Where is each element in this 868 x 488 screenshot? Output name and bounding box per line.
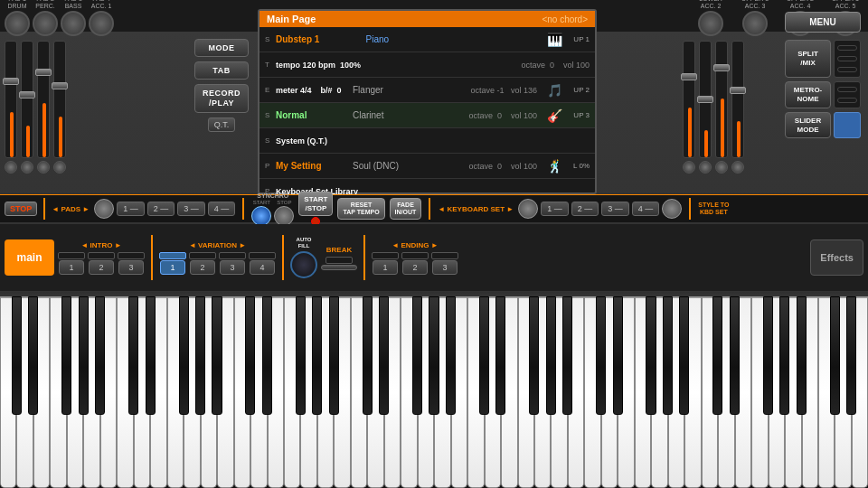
black-key-21[interactable] [363,296,373,415]
var-3-btn[interactable]: 3 [220,260,245,275]
pad-num-4[interactable]: 4 — [208,202,236,216]
var-slider-1[interactable] [159,252,186,259]
slider-knob-3[interactable] [37,161,50,174]
black-key-19[interactable] [329,296,339,415]
black-key-25[interactable] [429,296,439,415]
var-slider-4[interactable] [249,252,276,259]
intro-slider-3[interactable] [118,252,145,259]
black-key-50[interactable] [846,296,856,415]
black-key-29[interactable] [495,296,505,415]
black-key-0[interactable] [12,296,22,415]
slider-1[interactable] [5,41,17,158]
black-key-15[interactable] [262,296,272,415]
tab-button[interactable]: TAB [194,61,249,80]
black-key-31[interactable] [529,296,539,415]
pad-num-2[interactable]: 2 — [147,202,175,216]
black-key-11[interactable] [195,296,205,415]
split-slider-3[interactable] [837,67,857,72]
qt-button[interactable]: Q.T. [208,117,236,132]
break-slider[interactable] [326,257,353,264]
split-mix-button[interactable]: SPLIT/MIX [785,40,831,78]
black-key-26[interactable] [446,296,456,415]
start-stop-button[interactable]: START/STOP [298,192,333,216]
black-key-35[interactable] [596,296,606,415]
ending-1-btn[interactable]: 1 [373,260,398,275]
auto-fill-button[interactable] [290,251,317,278]
intro-2-btn[interactable]: 2 [89,260,114,275]
black-key-10[interactable] [179,296,189,415]
menu-button[interactable]: MENU [785,12,861,33]
black-key-14[interactable] [245,296,255,415]
kbd-circle-end[interactable] [662,199,682,219]
black-key-47[interactable] [797,296,807,415]
black-key-8[interactable] [146,296,156,415]
var-slider-2[interactable] [189,252,216,259]
black-key-43[interactable] [730,296,740,415]
kbd-num-4[interactable]: 4 — [632,202,660,216]
black-key-4[interactable] [79,296,89,415]
slider-r1[interactable] [683,41,695,158]
ending-slider-3[interactable] [431,252,458,259]
var-2-btn[interactable]: 2 [190,260,215,275]
pads-circle-1[interactable] [94,199,114,219]
black-key-7[interactable] [128,296,138,415]
metronome-button[interactable]: METRO-NOME [785,81,831,108]
intro-1-btn[interactable]: 1 [59,260,84,275]
var-1-btn[interactable]: 1 [160,260,185,275]
synchro-stop-btn[interactable] [274,206,294,226]
ending-slider-1[interactable] [372,252,399,259]
display-row-2[interactable]: T tempo 120 bpm 100% octave 0 vol 100 [259,52,595,78]
black-key-32[interactable] [546,296,556,415]
synchro-start-btn[interactable] [251,206,271,226]
display-row-1[interactable]: S Dubstep 1 Piano 🎹 UP 1 [259,27,595,52]
pad-num-1[interactable]: 1 — [117,202,145,216]
display-row-4[interactable]: S Normal Clarinet octave 0 vol 100 🎸 UP … [259,103,595,128]
black-key-40[interactable] [679,296,689,415]
kbd-circle[interactable] [518,199,538,219]
kbd-num-2[interactable]: 2 — [571,202,599,216]
metro-slider-2[interactable] [837,98,857,103]
black-key-38[interactable] [646,296,656,415]
black-key-5[interactable] [95,296,105,415]
var-slider-3[interactable] [219,252,246,259]
black-key-3[interactable] [61,296,71,415]
split-slider-2[interactable] [837,56,857,61]
black-key-1[interactable] [28,296,38,415]
stop-button[interactable]: STOP [5,202,37,216]
black-key-28[interactable] [479,296,489,415]
break-btn-1[interactable] [321,265,357,270]
effects-button[interactable]: Effects [810,239,863,276]
intro-3-btn[interactable]: 3 [118,260,144,275]
slider-knob-r3[interactable] [715,161,728,174]
slider-r4[interactable] [731,41,744,158]
reset-button[interactable]: RESETTAP TEMPO [337,198,384,221]
black-key-49[interactable] [830,296,840,415]
split-slider-1[interactable] [837,45,857,51]
black-key-36[interactable] [613,296,623,415]
slider-r3[interactable] [715,41,728,158]
black-key-22[interactable] [379,296,389,415]
display-row-6[interactable]: P My Setting Soul (DNC) octave 0 vol 100… [259,154,595,179]
fade-button[interactable]: FADEIN/OUT [390,198,422,221]
slider-2[interactable] [21,41,33,158]
slider-knob-r4[interactable] [731,161,744,174]
black-key-46[interactable] [779,296,789,415]
record-play-button[interactable]: RECORD/PLAY [194,84,249,113]
slider-3[interactable] [37,41,50,158]
piano-keyboard[interactable] [0,294,868,488]
ending-slider-2[interactable] [401,252,429,259]
ending-3-btn[interactable]: 3 [432,260,458,275]
mode-button[interactable]: MODE [194,39,249,57]
slider-knob-r2[interactable] [699,161,712,174]
kbd-num-3[interactable]: 3 — [601,202,629,216]
var-4-btn[interactable]: 4 [250,260,275,275]
slider-knob-2[interactable] [21,161,33,174]
intro-slider-1[interactable] [58,252,85,259]
slider-r2[interactable] [699,41,712,158]
ending-2-btn[interactable]: 2 [402,260,428,275]
slider-knob-r1[interactable] [683,161,695,174]
slider-mode-button[interactable]: SLIDERMODE [785,112,831,138]
black-key-33[interactable] [562,296,572,415]
slider-4[interactable] [53,41,66,158]
black-key-42[interactable] [712,296,722,415]
